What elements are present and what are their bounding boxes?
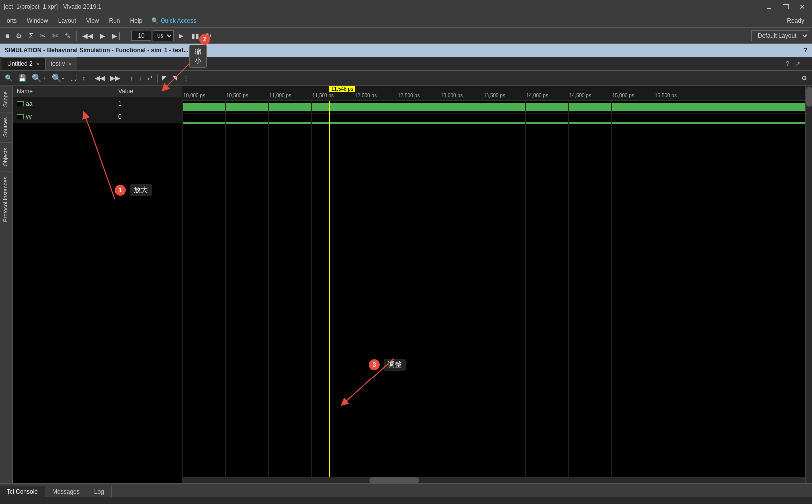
- tab-help-btn[interactable]: ?: [782, 60, 793, 67]
- layout-dropdown[interactable]: Default Layout: [751, 30, 809, 41]
- wave-fit-btn[interactable]: ⛶: [68, 73, 79, 83]
- close-button[interactable]: ✕: [796, 2, 808, 12]
- timeline[interactable]: 11,548 ps 10,000 ps 10,500 ps 11,000 ps …: [182, 86, 805, 101]
- signal-empty-area: [13, 123, 182, 483]
- menu-help[interactable]: Help: [125, 15, 148, 26]
- sim-time-input[interactable]: [131, 31, 151, 41]
- tl-11000: 11,000 ps: [269, 93, 291, 98]
- tab-testv-close[interactable]: ✕: [68, 61, 72, 67]
- toolbar-icon-5[interactable]: ✄: [50, 30, 61, 41]
- tl-12500: 12,500 ps: [398, 93, 420, 98]
- menu-orts[interactable]: orts: [2, 15, 22, 26]
- h-scroll-thumb[interactable]: [369, 477, 419, 483]
- tab-untitled2[interactable]: Untitled 2 ✕: [2, 57, 45, 70]
- signal-row-aa[interactable]: aa 1: [13, 97, 182, 110]
- wave-prev-edge-btn[interactable]: ↑: [128, 73, 135, 83]
- bottom-tab-messages[interactable]: Messages: [45, 486, 87, 497]
- signal-row-yy[interactable]: yy 0: [13, 110, 182, 123]
- sim-header: SIMULATION - Behavioral Simulation - Fun…: [0, 44, 812, 57]
- minimize-button[interactable]: 🗕: [762, 2, 775, 12]
- sim-header-text: SIMULATION - Behavioral Simulation - Fun…: [5, 47, 188, 54]
- signal-yy-icon: [17, 114, 24, 119]
- toolbar-first[interactable]: ◀◀: [80, 30, 96, 41]
- window-controls: 🗕 🗖 ✕: [762, 2, 808, 12]
- wave-center-btn[interactable]: ↕: [80, 73, 88, 83]
- wave-marker-btn[interactable]: ◤: [160, 73, 169, 83]
- toolbar-run-all[interactable]: ►: [175, 30, 187, 41]
- tl-13500: 13,500 ps: [484, 93, 505, 98]
- bottom-tab-log[interactable]: Log: [87, 486, 112, 497]
- wave-last-btn[interactable]: ▶▶: [108, 73, 122, 83]
- wave-yy-signal: [182, 122, 805, 124]
- wave-next-edge-btn[interactable]: ↓: [137, 73, 144, 83]
- grid-4: [354, 101, 354, 477]
- signal-header: Name Value: [13, 86, 182, 97]
- wave-search-btn[interactable]: 🔍: [3, 73, 15, 83]
- wave-sep-3: [157, 74, 158, 83]
- v-scroll-thumb[interactable]: [806, 87, 812, 107]
- wave-align-btn[interactable]: ⋮: [181, 73, 191, 83]
- main-toolbar: ■ ⚙ Σ ✂ ✄ ✎ ◀◀ ▶ ▶┤ us ns ps ► ▮▮ ↻ Defa…: [0, 28, 812, 44]
- wave-ref-marker-btn[interactable]: ◥: [170, 73, 179, 83]
- sidebar-tab-protocol[interactable]: Protocol Instances: [0, 171, 12, 227]
- wave-zoom-out-btn[interactable]: 🔍-: [50, 72, 66, 84]
- signal-panel: Name Value aa 1 yy 0: [13, 86, 182, 483]
- tab-testv[interactable]: test.v ✕: [45, 57, 78, 70]
- tl-15500: 15,500 ps: [655, 93, 677, 98]
- tl-10000: 10,000 ps: [183, 93, 205, 98]
- signal-aa-name: aa: [26, 100, 118, 107]
- wave-settings-btn[interactable]: ⚙: [799, 73, 809, 83]
- signal-col-name-header: Name: [17, 88, 118, 95]
- maximize-button[interactable]: 🗖: [779, 2, 792, 12]
- wave-row-yy: [182, 114, 805, 126]
- grid-10: [611, 101, 612, 477]
- app-title: ject_1/project_1.xpr] - Vivado 2019.1: [4, 3, 101, 10]
- grid-0: [182, 101, 183, 477]
- tab-expand-btn[interactable]: ⛶: [802, 60, 812, 67]
- menu-layout[interactable]: Layout: [53, 15, 81, 26]
- grid-6: [440, 101, 440, 477]
- tl-14000: 14,000 ps: [526, 93, 548, 98]
- v-scroll[interactable]: [805, 86, 812, 483]
- h-scroll[interactable]: [182, 477, 805, 483]
- grid-8: [525, 101, 526, 477]
- toolbar-reset[interactable]: ↻: [203, 30, 214, 41]
- side-tabs: Scope Sources Objects Protocol Instances: [0, 86, 13, 483]
- menu-window[interactable]: Window: [22, 15, 53, 26]
- wave-zoom-in-btn[interactable]: 🔍+: [30, 72, 48, 84]
- toolbar-icon-1[interactable]: ■: [3, 30, 12, 41]
- tab-untitled2-close[interactable]: ✕: [36, 61, 40, 67]
- toolbar-pause[interactable]: ▮▮: [189, 30, 202, 41]
- title-bar: ject_1/project_1.xpr] - Vivado 2019.1 🗕 …: [0, 0, 812, 14]
- toolbar-play[interactable]: ▶: [97, 30, 108, 41]
- wave-toolbar-left: 🔍 💾 🔍+ 🔍- ⛶ ↕ ◀◀ ▶▶ ↑ ↓ ⇄ ◤ ◥ ⋮: [3, 72, 191, 84]
- toolbar-icon-6[interactable]: ✎: [62, 30, 73, 41]
- tl-11500: 11,500 ps: [312, 93, 334, 98]
- wave-sep-1: [90, 74, 90, 83]
- grid-5: [397, 101, 397, 477]
- wave-swap-btn[interactable]: ⇄: [145, 73, 155, 83]
- sidebar-tab-sources[interactable]: Sources: [0, 112, 12, 142]
- grid-11: [654, 101, 654, 477]
- cursor-line: [329, 101, 330, 477]
- signal-aa-icon: [17, 101, 24, 106]
- tab-pop-btn[interactable]: ↗: [793, 60, 802, 67]
- sidebar-tab-scope[interactable]: Scope: [0, 86, 12, 112]
- tl-13000: 13,000 ps: [441, 93, 463, 98]
- toolbar-icon-4[interactable]: ✂: [37, 30, 48, 41]
- toolbar-icon-2[interactable]: ⚙: [13, 30, 25, 41]
- toolbar-icon-3[interactable]: Σ: [26, 30, 36, 41]
- tl-12000: 12,000 ps: [355, 93, 377, 98]
- toolbar-step[interactable]: ▶┤: [109, 30, 125, 41]
- waveform-rows[interactable]: [182, 101, 805, 477]
- bottom-tab-tcl[interactable]: Tcl Console: [0, 486, 45, 497]
- sidebar-tab-objects[interactable]: Objects: [0, 142, 12, 171]
- grid-7: [483, 101, 483, 477]
- menu-run[interactable]: Run: [104, 15, 125, 26]
- wave-save-btn[interactable]: 💾: [16, 73, 28, 83]
- sim-time-unit[interactable]: us ns ps: [153, 30, 174, 41]
- sim-help-btn[interactable]: ?: [804, 47, 807, 54]
- menu-view[interactable]: View: [81, 15, 104, 26]
- wave-first-btn[interactable]: ◀◀: [93, 73, 107, 83]
- grid-2: [268, 101, 269, 477]
